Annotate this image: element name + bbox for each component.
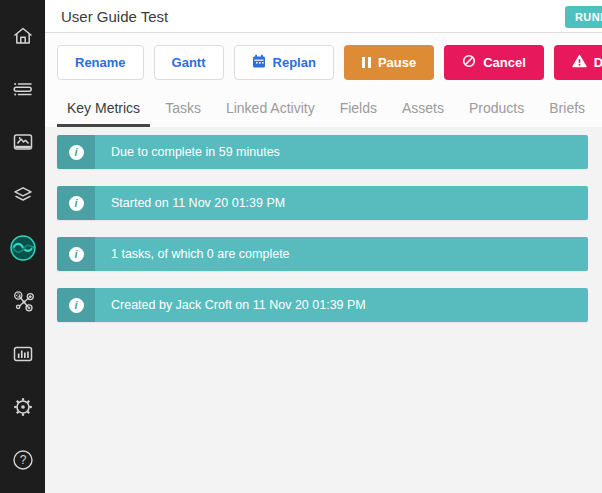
tab-key-metrics[interactable]: Key Metrics [57,91,150,127]
status-badge: RUNNING [565,6,602,28]
pause-button[interactable]: Pause [344,45,434,80]
sidebar-item-home[interactable] [0,9,45,62]
metric-banner-due: i Due to complete in 59 minutes [57,135,588,169]
delete-button[interactable]: Delete [554,45,602,80]
sidebar-item-settings[interactable] [0,380,45,433]
action-area: Rename Gantt [45,33,602,127]
metric-text: 1 tasks, of which 0 are complete [95,237,588,271]
chart-icon [11,342,35,366]
replan-button[interactable]: Replan [234,45,334,80]
image-icon [11,130,35,154]
tab-products[interactable]: Products [459,91,534,127]
tab-briefs[interactable]: Briefs [539,91,595,127]
layers-icon [11,183,35,207]
metric-text: Started on 11 Nov 20 01:39 PM [95,186,588,220]
svg-text:?: ? [19,453,26,467]
gear-icon [10,394,36,420]
metric-text: Created by Jack Croft on 11 Nov 20 01:39… [95,288,588,322]
replan-button-label: Replan [273,55,316,70]
toolbar: Rename Gantt [45,33,602,91]
gantt-button[interactable]: Gantt [154,45,224,80]
metric-text: Due to complete in 59 minutes [95,135,588,169]
info-icon: i [69,196,84,211]
cancel-button-label: Cancel [483,55,526,70]
sidebar-item-help[interactable]: ? [0,433,45,486]
info-icon: i [69,298,84,313]
calendar-icon [252,54,266,71]
network-icon [10,288,36,314]
sidebar: ? [0,0,45,493]
sidebar-item-media[interactable] [0,115,45,168]
metric-banner-tasks: i 1 tasks, of which 0 are complete [57,237,588,271]
metric-icon-cell: i [57,186,95,220]
sidebar-item-workflow-active[interactable] [0,221,45,274]
rename-button[interactable]: Rename [57,45,144,80]
key-metrics-panel: i Due to complete in 59 minutes i Starte… [45,127,602,493]
header: User Guide Test RUNNING [45,0,602,33]
info-icon: i [69,145,84,160]
info-icon: i [69,247,84,262]
help-icon: ? [10,447,36,473]
sidebar-item-reports[interactable] [0,327,45,380]
metric-banner-created: i Created by Jack Croft on 11 Nov 20 01:… [57,288,588,322]
tab-assets[interactable]: Assets [392,91,454,127]
sidebar-item-network[interactable] [0,274,45,327]
tab-fields[interactable]: Fields [330,91,387,127]
tab-bar: Key Metrics Tasks Linked Activity Fields… [45,91,602,127]
pause-icon [362,57,371,68]
metric-banner-started: i Started on 11 Nov 20 01:39 PM [57,186,588,220]
cancel-icon [462,54,476,71]
metric-icon-cell: i [57,288,95,322]
app-window: ? User Guide Test RUNNING Rename Gantt [0,0,602,493]
cancel-button[interactable]: Cancel [444,45,544,80]
metric-icon-cell: i [57,237,95,271]
sidebar-item-layers[interactable] [0,168,45,221]
warning-icon [572,54,587,71]
tab-tasks[interactable]: Tasks [155,91,211,127]
gantt-button-label: Gantt [172,55,206,70]
metric-icon-cell: i [57,135,95,169]
list-icon [11,77,35,101]
page-title: User Guide Test [61,8,168,25]
sidebar-item-list[interactable] [0,62,45,115]
rename-button-label: Rename [75,55,126,70]
app-logo [9,234,37,262]
main-panel: User Guide Test RUNNING Rename Gantt [45,0,602,493]
delete-button-label: Delete [594,55,602,70]
home-icon [11,24,35,48]
pause-button-label: Pause [378,55,416,70]
tab-linked-activity[interactable]: Linked Activity [216,91,325,127]
